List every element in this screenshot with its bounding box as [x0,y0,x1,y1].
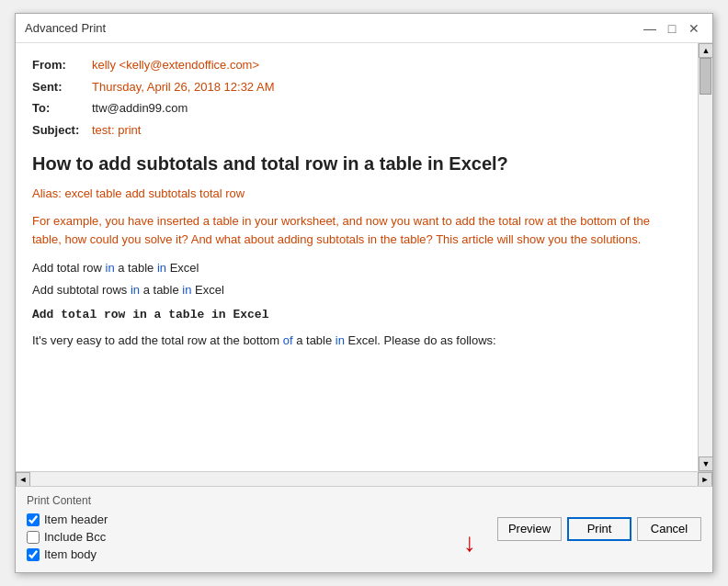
window-controls: — □ ✕ [641,19,703,38]
action-buttons: Preview Print Cancel [497,517,701,543]
item-header-label: Item header [44,513,108,526]
scroll-right-button[interactable]: ► [698,472,712,487]
h-scroll-track[interactable] [30,472,698,486]
include-bcc-row[interactable]: Include Bcc [27,530,442,544]
preview-button[interactable]: Preview [497,517,562,541]
item-body-row[interactable]: Item body [27,547,442,561]
article-easy-text: It's very easy to add the total row at t… [32,332,681,350]
from-label: From: [32,56,92,74]
email-content: From: kelly <kelly@extendoffice.com> Sen… [16,43,698,471]
vertical-scrollbar[interactable]: ▲ ▼ [698,43,712,471]
email-header-fields: From: kelly <kelly@extendoffice.com> Sen… [32,56,681,139]
sent-value: Thursday, April 26, 2018 12:32 AM [92,78,275,96]
sent-row: Sent: Thursday, April 26, 2018 12:32 AM [32,78,681,96]
close-button[interactable]: ✕ [685,19,703,38]
article-alias: Alias: excel table add subtotals total r… [32,185,681,203]
print-content-title: Print Content [27,494,442,507]
include-bcc-checkbox[interactable] [27,531,40,544]
include-bcc-label: Include Bcc [44,530,106,544]
to-label: To: [32,99,92,118]
subject-label: Subject: [32,121,92,140]
item-header-row[interactable]: Item header [27,513,442,526]
scroll-left-button[interactable]: ◄ [16,472,30,487]
arrow-container: ↓ [442,530,497,565]
down-arrow-icon: ↓ [463,530,476,556]
to-value: ttw@addin99.com [92,99,188,118]
scroll-down-button[interactable]: ▼ [699,456,712,471]
sent-label: Sent: [32,78,92,96]
subject-row: Subject: test: print [32,121,681,140]
scroll-up-button[interactable]: ▲ [699,43,712,58]
horizontal-scrollbar[interactable]: ◄ ► [16,471,712,486]
print-button[interactable]: Print [567,517,631,541]
scroll-thumb[interactable] [700,58,711,95]
item-header-checkbox[interactable] [27,513,40,526]
minimize-button[interactable]: — [641,19,659,38]
article-body: For example, you have inserted a table i… [32,212,681,251]
item-body-checkbox[interactable] [27,548,40,561]
subject-value: test: print [92,121,141,140]
scroll-track[interactable] [699,58,712,456]
print-content-section: Print Content Item header Include Bcc It… [27,494,442,565]
item-body-label: Item body [44,547,97,561]
article-link1: Add total row in a table in Excel [32,259,681,277]
from-row: From: kelly <kelly@extendoffice.com> [32,56,681,74]
article-link2: Add subtotal rows in a table in Excel [32,281,681,299]
advanced-print-window: Advanced Print — □ ✕ From: kelly <kelly@… [15,13,713,573]
article-subheading: Add total row in a table in Excel [32,306,681,324]
maximize-button[interactable]: □ [663,19,681,38]
bottom-panel: Print Content Item header Include Bcc It… [16,486,712,572]
article-title: How to add subtotals and total row in a … [32,152,681,175]
email-preview-area: From: kelly <kelly@extendoffice.com> Sen… [16,43,712,471]
to-row: To: ttw@addin99.com [32,99,681,118]
title-bar: Advanced Print — □ ✕ [16,14,712,43]
cancel-button[interactable]: Cancel [637,517,701,541]
from-value: kelly <kelly@extendoffice.com> [92,56,259,74]
window-title: Advanced Print [25,21,106,35]
